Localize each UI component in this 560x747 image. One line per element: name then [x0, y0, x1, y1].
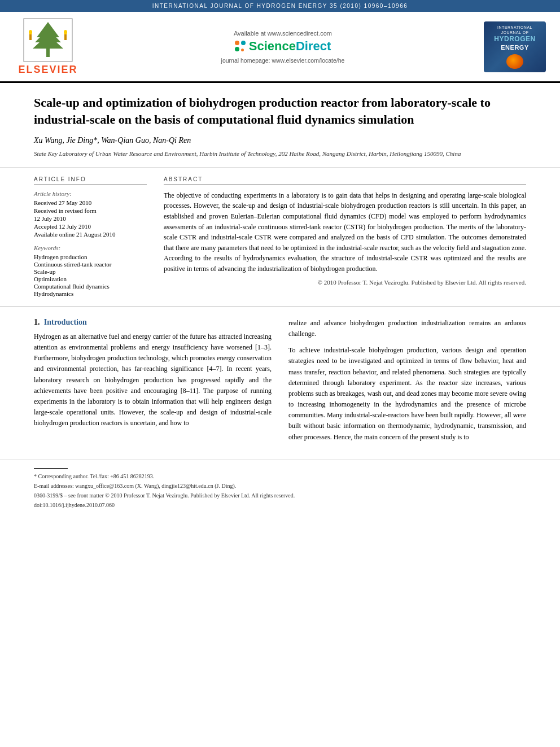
article-meta-section: Article info Article history: Received 2… [0, 168, 560, 307]
article-title-area: Scale-up and optimization of biohydrogen… [0, 83, 560, 168]
article-info-column: Article info Article history: Received 2… [34, 176, 147, 298]
article-body: 1. Introduction Hydrogen as an alternati… [0, 307, 560, 454]
article-affiliation: State Key Laboratory of Urban Water Reso… [34, 150, 526, 158]
article-title: Scale-up and optimization of biohydrogen… [34, 94, 526, 128]
svg-rect-1 [46, 49, 50, 57]
elsevier-brand-text: ELSEVIER [18, 64, 77, 76]
introduction-left-text: Hydrogen as an alternative fuel and ener… [34, 331, 272, 429]
article-authors: Xu Wang, Jie Ding*, Wan-Qian Guo, Nan-Qi… [34, 136, 526, 145]
keyword-1: Hydrogen production [34, 254, 147, 260]
doi-note: doi:10.1016/j.ijhydene.2010.07.060 [34, 501, 526, 509]
abstract-header: Abstract [164, 176, 526, 185]
footnote-divider [34, 468, 68, 469]
keyword-6: Hydrodynamics [34, 290, 147, 297]
revised-date: 12 July 2010 [34, 215, 147, 222]
section-number: 1. [34, 318, 40, 326]
section-title: Introduction [44, 318, 87, 326]
keyword-4: Optimization [34, 276, 147, 282]
article-info-header: Article info [34, 176, 147, 185]
hydrogen-energy-journal-logo: International Journal of HYDROGEN ENERGY [481, 21, 549, 72]
svg-point-8 [64, 30, 67, 34]
keywords-label: Keywords: [34, 244, 147, 251]
available-online-date: Available online 21 August 2010 [34, 231, 147, 238]
journal-header: ELSEVIER Available at www.sciencedirect.… [0, 12, 560, 83]
email-note: E-mail addresses: wangxu_office@163.com … [34, 482, 526, 490]
introduction-right-text: realize and advance biohydrogen producti… [288, 318, 526, 443]
body-right-column: realize and advance biohydrogen producti… [288, 318, 526, 443]
svg-point-6 [29, 30, 32, 34]
body-left-column: 1. Introduction Hydrogen as an alternati… [34, 318, 272, 443]
introduction-heading: 1. Introduction [34, 318, 272, 327]
journal-header-bar: International Journal of Hydrogen Energy… [0, 0, 560, 12]
keyword-3: Scale-up [34, 268, 147, 275]
corresponding-author-note: * Corresponding author. Tel./fax: +86 45… [34, 472, 526, 480]
elsevier-tree-icon [23, 18, 73, 63]
revised-form-label: Received in revised form [34, 207, 147, 214]
elsevier-logo: ELSEVIER [11, 18, 85, 76]
abstract-text: The objective of conducting experiments … [164, 190, 526, 274]
sciencedirect-dots-icon [235, 41, 246, 51]
journal-title-text: International Journal of Hydrogen Energy… [152, 3, 408, 9]
accepted-date: Accepted 12 July 2010 [34, 223, 147, 230]
keyword-5: Computational fluid dynamics [34, 283, 147, 290]
abstract-column: Abstract The objective of conducting exp… [164, 176, 526, 298]
journal-homepage-text: journal homepage: www.elsevier.com/locat… [221, 57, 345, 64]
received-date: Received 27 May 2010 [34, 199, 147, 206]
issn-note: 0360-3199/$ – see front matter © 2010 Pr… [34, 491, 526, 500]
footnotes-area: * Corresponding author. Tel./fax: +86 45… [0, 460, 560, 515]
header-center: Available at www.sciencedirect.com Scien… [85, 30, 481, 64]
sciencedirect-logo: ScienceDirect [235, 39, 331, 54]
copyright-text: © 2010 Professor T. Nejat Veziroglu. Pub… [164, 279, 526, 286]
available-at-text: Available at www.sciencedirect.com [234, 30, 332, 37]
article-history-label: Article history: [34, 190, 147, 197]
keyword-2: Continuous stirred-tank reactor [34, 261, 147, 268]
sciencedirect-text: ScienceDirect [249, 39, 331, 54]
journal-logo-globe-icon [506, 54, 523, 69]
